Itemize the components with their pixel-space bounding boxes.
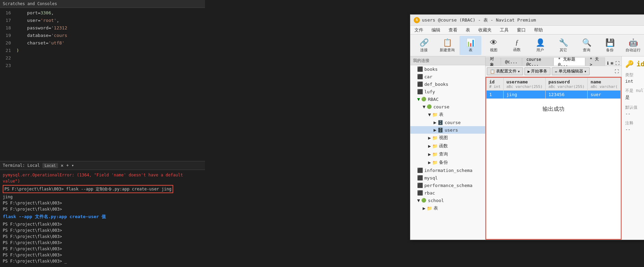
sidebar-item-def-books[interactable]: ⬛ def_books <box>410 80 485 88</box>
menu-window[interactable]: 窗口 <box>513 26 530 34</box>
views-folder-icon: 📁 <box>432 135 438 141</box>
menu-table[interactable]: 表 <box>462 26 474 34</box>
tab-conn1[interactable]: @c... <box>501 57 522 66</box>
function-icon: ƒ <box>515 39 519 46</box>
sidebar-item-course[interactable]: ▼ 🟢 course <box>410 103 485 110</box>
menu-edit[interactable]: 编辑 <box>427 26 444 34</box>
success-text: 输出成功 <box>543 106 564 112</box>
terminal-plus-btn[interactable]: + <box>66 163 69 168</box>
toolbar-user-btn[interactable]: 👤 用户 <box>529 36 551 55</box>
right-panel-type-value: int <box>625 79 644 84</box>
tables-folder-chevron-icon: ▼ <box>428 112 431 117</box>
tables-folder-icon: 📁 <box>432 112 438 117</box>
sidebar-item-users-table[interactable]: ▶ 🗄️ users <box>410 126 485 134</box>
toolbar-autorun-btn[interactable]: 🤖 自动运行 <box>622 36 644 55</box>
tab-object[interactable]: 对象 <box>485 57 501 66</box>
table-config-icon: 📋 <box>490 69 495 74</box>
right-panel-notnull-row: 不是 null 是 <box>625 88 644 101</box>
table-config-btn[interactable]: 📋 表配置文件 ▾ <box>487 67 523 75</box>
table-config-label: 表配置文件 <box>496 68 517 74</box>
menu-window-label: 窗口 <box>517 27 526 33</box>
col-username-type: aBc varchar(255) <box>506 84 543 89</box>
toolbar-other-btn[interactable]: 🔧 其它 <box>552 36 574 55</box>
sidebar-item-performance-schema[interactable]: ⬛ performance_schema <box>410 182 485 189</box>
right-panel-type-label: 类型 <box>625 72 644 78</box>
cell-editor-btn[interactable]: ✏ 单元格编辑器 ▾ <box>552 67 589 75</box>
sidebar-item-school-tables[interactable]: ▶ 📁 表 <box>410 204 485 212</box>
mysql-icon: ⬛ <box>417 175 423 181</box>
terminal-header: Terminal: Local Local × + ▾ <box>0 161 205 170</box>
sidebar-item-mysql[interactable]: ⬛ mysql <box>410 174 485 182</box>
menu-help[interactable]: 帮助 <box>530 26 547 34</box>
start-transaction-label: 开始事务 <box>531 68 547 74</box>
terminal-error-line: pymysql.err.OperationalError: (1364, "Fi… <box>3 172 202 184</box>
toolbar-backup-btn[interactable]: 💾 备份 <box>599 36 621 55</box>
sidebar-item-school[interactable]: ▼ 🟢 school <box>410 197 485 204</box>
toolbar-query-btn[interactable]: 🔍 查询 <box>576 36 598 55</box>
backup-icon: 💾 <box>605 38 615 47</box>
grid-icon[interactable]: ⊞ <box>611 61 613 66</box>
toolbar-table-btn[interactable]: 📊 表 <box>460 36 481 55</box>
navicat-main: 对象 @c... course @c... * 无标题 @... * 天 > ℹ… <box>485 56 621 240</box>
sidebar-item-information-schema[interactable]: ⬛ information_schema <box>410 166 485 174</box>
navicat-app-icon: N <box>414 17 420 23</box>
table-and-output: id # int username aBc varchar(255) passw… <box>485 77 621 240</box>
course-db-icon: 🟢 <box>427 104 432 109</box>
newquery-icon: 📋 <box>443 38 452 47</box>
menu-tools[interactable]: 工具 <box>496 26 513 34</box>
sidebar-item-rbac-db[interactable]: ⬛ rbac <box>410 189 485 197</box>
toolbar-newquery-label: 新建查询 <box>440 48 455 53</box>
sidebar-item-course-table[interactable]: ▶ 🗄️ course <box>410 119 485 126</box>
user-icon: 👤 <box>536 38 545 47</box>
tab-untitled-label: * 无标题 @... <box>558 56 581 67</box>
lufy-icon: ⬛ <box>417 89 423 94</box>
sidebar-item-functions-folder[interactable]: ▶ 📁 函数 <box>410 142 485 150</box>
toolbar-function-btn[interactable]: ƒ 函数 <box>506 36 528 55</box>
terminal-panel: Terminal: Local Local × + ▾ pymysql.err.… <box>0 161 205 267</box>
cell-name: suer <box>588 91 621 99</box>
toolbar-newquery-btn[interactable]: 📋 新建查询 <box>436 36 458 55</box>
menu-favorites[interactable]: 收藏夹 <box>474 26 496 34</box>
sidebar-item-information-schema-label: information_schema <box>424 168 472 173</box>
sidebar-item-queries-folder[interactable]: ▶ 📁 查询 <box>410 150 485 158</box>
right-panel-notnull-value: 是 <box>625 94 644 101</box>
expand-table-icon[interactable]: ⛶ <box>613 68 620 75</box>
navicat-toolbar: 🔗 连接 📋 新建查询 📊 表 👁 视图 ƒ 函数 👤 用户 🔧 其它 🔍 <box>410 35 644 56</box>
col-name-name: name <box>590 79 618 84</box>
users-table-chevron-icon: ▶ <box>434 127 436 133</box>
tab-course[interactable]: course @c... <box>522 57 554 66</box>
sidebar-item-car[interactable]: ⬛ car <box>410 73 485 80</box>
menu-view[interactable]: 查看 <box>444 26 462 34</box>
navicat-menubar: 文件 编辑 查看 表 收藏夹 工具 窗口 帮助 <box>410 26 644 35</box>
menu-edit-label: 编辑 <box>431 27 440 33</box>
sidebar-item-books[interactable]: ⬛ books <box>410 65 485 73</box>
toolbar-view-label: 视图 <box>490 48 497 53</box>
transaction-icon: ▶ <box>527 69 530 74</box>
toolbar-view-btn[interactable]: 👁 视图 <box>483 36 505 55</box>
navicat-data-table: id # int username aBc varchar(255) passw… <box>485 77 621 240</box>
table-row[interactable]: 1 jing 123456 suer <box>487 91 621 99</box>
output-success-message: 输出成功 <box>486 99 621 120</box>
sidebar-item-views-folder[interactable]: ▶ 📁 视图 <box>410 134 485 142</box>
sidebar-item-lufy[interactable]: ⬛ lufy <box>410 88 485 95</box>
terminal-line-ps7: PS F:\project\flask\003> <box>3 246 202 252</box>
tab-tian[interactable]: * 天 > <box>585 57 605 66</box>
sidebar-item-school-label: school <box>428 198 444 203</box>
menu-file[interactable]: 文件 <box>410 26 427 34</box>
cell-id: 1 <box>487 91 504 99</box>
sidebar-item-tables-folder[interactable]: ▼ 📁 表 <box>410 110 485 119</box>
expand-icon[interactable]: ⛶ <box>615 61 619 66</box>
sidebar-item-rbac[interactable]: ▼ 🟢 RBAC <box>410 95 485 103</box>
toolbar-connect-btn[interactable]: 🔗 连接 <box>413 36 435 55</box>
tab-untitled[interactable]: * 无标题 @... <box>553 57 585 66</box>
start-transaction-btn[interactable]: ▶ 开始事务 <box>524 67 550 75</box>
sidebar-item-backup-folder[interactable]: ▶ 📁 备份 <box>410 158 485 166</box>
toolbar-function-label: 函数 <box>513 47 521 52</box>
col-password-type: aBc varchar(255) <box>548 84 585 89</box>
sidebar-item-rbac-db-label: rbac <box>424 190 435 196</box>
performance-schema-icon: ⬛ <box>417 183 423 188</box>
terminal-add-btn[interactable]: × <box>61 163 64 168</box>
connect-icon: 🔗 <box>420 38 429 47</box>
info-icon[interactable]: ℹ <box>607 61 609 66</box>
terminal-chevron-btn[interactable]: ▾ <box>71 163 74 168</box>
